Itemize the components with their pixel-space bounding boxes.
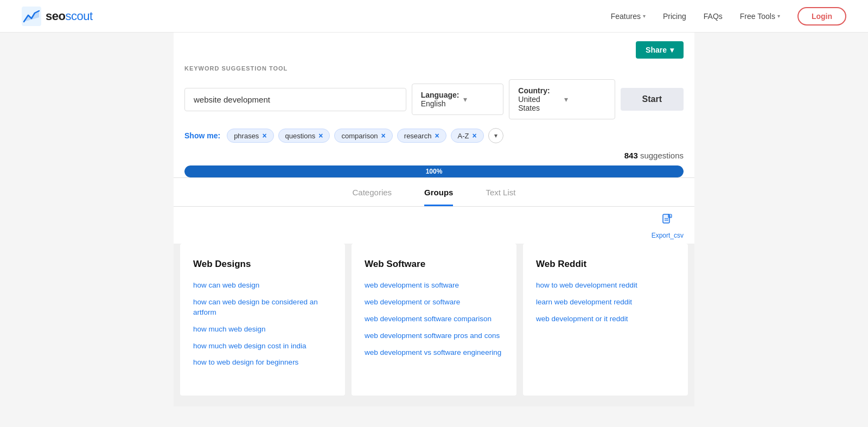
share-chevron-icon: ▾ xyxy=(670,46,674,54)
filter-tag-phrases[interactable]: phrases × xyxy=(227,129,273,143)
list-item[interactable]: how can web design xyxy=(193,281,332,291)
card-web-designs: Web Designs how can web design how can w… xyxy=(180,244,345,396)
list-item[interactable]: learn web development reddit xyxy=(536,297,675,308)
filter-tag-az[interactable]: A-Z × xyxy=(451,129,484,143)
list-item[interactable]: web development or software xyxy=(365,297,503,308)
tab-groups[interactable]: Groups xyxy=(424,178,453,206)
card-web-designs-links: how can web design how can web design be… xyxy=(193,281,332,368)
progress-bar-fill: 100% xyxy=(184,165,684,177)
card-web-software: Web Software web development is software… xyxy=(352,244,516,396)
login-button[interactable]: Login xyxy=(797,7,846,26)
cards-grid: Web Designs how can web design how can w… xyxy=(174,244,694,406)
progress-bar: 100% xyxy=(184,165,684,177)
list-item[interactable]: how much web design xyxy=(193,324,332,335)
remove-research-button[interactable]: × xyxy=(435,131,439,140)
export-csv-button[interactable]: Export_csv xyxy=(652,213,684,239)
nav-free-tools[interactable]: Free Tools ▾ xyxy=(740,12,780,21)
export-area: Export_csv xyxy=(174,207,694,244)
show-me-label: Show me: xyxy=(184,131,220,140)
svg-rect-2 xyxy=(668,214,672,218)
tool-label: KEYWORD SUGGESTION TOOL xyxy=(184,65,684,72)
chevron-language-icon: ▾ xyxy=(463,95,494,104)
top-section: Share ▾ KEYWORD SUGGESTION TOOL Language… xyxy=(174,33,694,177)
list-item[interactable]: web development is software xyxy=(365,281,503,291)
export-csv-label: Export_csv xyxy=(652,232,684,239)
filter-tag-research[interactable]: research × xyxy=(397,129,446,143)
list-item[interactable]: web development software comparison xyxy=(365,314,503,324)
list-item[interactable]: how can web design be considered an artf… xyxy=(193,297,332,318)
list-item[interactable]: web development vs software engineering xyxy=(365,348,503,358)
nav-pricing[interactable]: Pricing xyxy=(663,12,686,21)
card-web-software-links: web development is software web developm… xyxy=(365,281,503,358)
list-item[interactable]: how to web design for beginners xyxy=(193,358,332,368)
tabs-row: Categories Groups Text List xyxy=(174,178,694,207)
nav-faqs[interactable]: FAQs xyxy=(704,12,723,21)
logo-text: seoscout xyxy=(46,9,93,23)
suggestions-count: 843 suggestions xyxy=(184,151,684,160)
card-web-reddit-title: Web Reddit xyxy=(536,259,675,270)
search-row: Language: English ▾ Country: United Stat… xyxy=(184,79,684,119)
card-web-designs-title: Web Designs xyxy=(193,259,332,270)
tab-text-list[interactable]: Text List xyxy=(486,178,515,206)
filter-tag-questions[interactable]: questions × xyxy=(278,129,330,143)
list-item[interactable]: how to web development reddit xyxy=(536,281,675,291)
card-web-reddit-links: how to web development reddit learn web … xyxy=(536,281,675,324)
tab-categories[interactable]: Categories xyxy=(353,178,392,206)
filter-dropdown-button[interactable]: ▾ xyxy=(488,128,503,143)
card-web-reddit: Web Reddit how to web development reddit… xyxy=(523,244,688,396)
tabs-section: Categories Groups Text List xyxy=(174,177,694,406)
chevron-country-icon: ▾ xyxy=(564,95,606,104)
chevron-filter-icon: ▾ xyxy=(494,132,497,139)
list-item[interactable]: web development or it reddit xyxy=(536,314,675,324)
nav-features[interactable]: Features ▾ xyxy=(611,12,646,21)
share-area: Share ▾ xyxy=(184,41,684,59)
list-item[interactable]: how much web design cost in india xyxy=(193,341,332,352)
country-dropdown[interactable]: Country: United States ▾ xyxy=(509,79,615,119)
export-csv-icon xyxy=(661,213,673,228)
filter-tag-comparison[interactable]: comparison × xyxy=(334,129,392,143)
remove-questions-button[interactable]: × xyxy=(318,131,323,140)
search-input[interactable] xyxy=(184,88,406,111)
logo[interactable]: seoscout xyxy=(22,7,93,26)
language-dropdown[interactable]: Language: English ▾ xyxy=(412,84,504,115)
remove-az-button[interactable]: × xyxy=(473,131,477,140)
share-button[interactable]: Share ▾ xyxy=(636,41,684,59)
navbar: seoscout Features ▾ Pricing FAQs Free To… xyxy=(0,0,868,33)
chevron-tools-icon: ▾ xyxy=(777,13,780,19)
nav-links: Features ▾ Pricing FAQs Free Tools ▾ Log… xyxy=(611,7,846,26)
show-me-row: Show me: phrases × questions × compariso… xyxy=(184,128,684,143)
start-button[interactable]: Start xyxy=(621,88,684,111)
content-wrapper: Share ▾ KEYWORD SUGGESTION TOOL Language… xyxy=(174,33,694,406)
remove-comparison-button[interactable]: × xyxy=(381,131,386,140)
list-item[interactable]: web development software pros and cons xyxy=(365,331,503,341)
logo-icon xyxy=(22,7,41,26)
chevron-features-icon: ▾ xyxy=(643,13,646,19)
card-web-software-title: Web Software xyxy=(365,259,503,270)
remove-phrases-button[interactable]: × xyxy=(262,131,266,140)
